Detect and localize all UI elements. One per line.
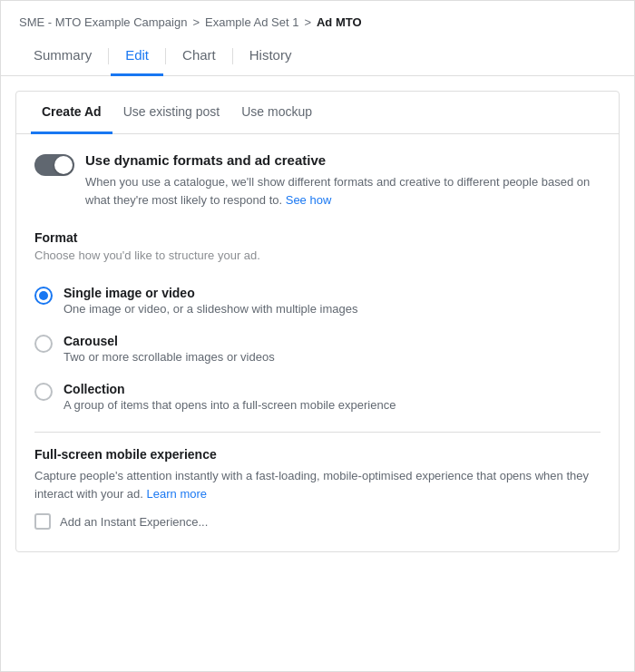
addon-checkbox[interactable] [34, 513, 51, 530]
top-tabs: Summary Edit Chart History [1, 36, 634, 76]
learn-more-link[interactable]: Learn more [147, 487, 207, 501]
breadcrumb-item-campaign[interactable]: SME - MTO Example Campaign [19, 15, 187, 29]
breadcrumb: SME - MTO Example Campaign > Example Ad … [1, 1, 634, 36]
tab-history[interactable]: History [235, 36, 307, 76]
sub-tabs: Create Ad Use existing post Use mockup [16, 92, 619, 134]
toggle-text: Use dynamic formats and ad creative When… [85, 152, 601, 209]
dynamic-formats-toggle[interactable] [34, 154, 74, 176]
radio-carousel-text: Carousel Two or more scrollable images o… [64, 334, 275, 364]
addon-row: Add an Instant Experience... [34, 513, 601, 537]
section-divider [34, 432, 601, 433]
radio-single-image-title: Single image or video [64, 286, 357, 300]
breadcrumb-item-adset[interactable]: Example Ad Set 1 [205, 15, 298, 29]
format-title: Format [34, 230, 601, 245]
main-content-card: Create Ad Use existing post Use mockup U… [15, 91, 620, 552]
tab-chart[interactable]: Chart [168, 36, 230, 76]
radio-single-image-text: Single image or video One image or video… [64, 286, 357, 316]
radio-option-single-image[interactable]: Single image or video One image or video… [34, 277, 601, 325]
radio-carousel-title: Carousel [64, 334, 275, 348]
radio-inner-dot [39, 291, 48, 300]
tab-divider-1 [108, 48, 109, 64]
radio-collection-text: Collection A group of items that opens i… [64, 382, 396, 412]
tab-summary[interactable]: Summary [19, 36, 106, 76]
fullscreen-description: Capture people's attention instantly wit… [34, 467, 601, 502]
see-how-link[interactable]: See how [286, 193, 332, 207]
toggle-description: When you use a catalogue, we'll show dif… [85, 173, 601, 209]
radio-carousel-circle[interactable] [34, 335, 53, 353]
breadcrumb-sep-2: > [304, 15, 311, 29]
sub-tab-use-existing-post[interactable]: Use existing post [112, 92, 231, 134]
fullscreen-section: Full-screen mobile experience Capture pe… [34, 447, 601, 502]
radio-collection-title: Collection [64, 382, 396, 396]
tab-edit[interactable]: Edit [111, 36, 163, 76]
toggle-knob [54, 156, 73, 174]
radio-single-image-circle[interactable] [34, 287, 53, 305]
sub-tab-create-ad[interactable]: Create Ad [31, 92, 112, 134]
tab-divider-3 [232, 48, 233, 64]
toggle-title: Use dynamic formats and ad creative [85, 152, 601, 168]
dynamic-formats-toggle-row: Use dynamic formats and ad creative When… [34, 152, 601, 209]
radio-collection-desc: A group of items that opens into a full-… [64, 398, 396, 412]
radio-option-collection[interactable]: Collection A group of items that opens i… [34, 373, 601, 421]
radio-collection-circle[interactable] [34, 383, 53, 401]
radio-carousel-desc: Two or more scrollable images or videos [64, 350, 275, 364]
radio-option-carousel[interactable]: Carousel Two or more scrollable images o… [34, 325, 601, 373]
fullscreen-title: Full-screen mobile experience [34, 447, 601, 462]
breadcrumb-item-ad: Ad MTO [317, 15, 362, 29]
format-subtitle: Choose how you'd like to structure your … [34, 248, 601, 262]
breadcrumb-sep-1: > [192, 15, 200, 29]
tab-divider-2 [165, 48, 166, 64]
addon-label: Add an Instant Experience... [60, 515, 208, 529]
sub-tab-use-mockup[interactable]: Use mockup [230, 92, 323, 134]
content-body: Use dynamic formats and ad creative When… [16, 134, 619, 551]
format-section: Format Choose how you'd like to structur… [34, 230, 601, 421]
radio-single-image-desc: One image or video, or a slideshow with … [64, 302, 357, 316]
